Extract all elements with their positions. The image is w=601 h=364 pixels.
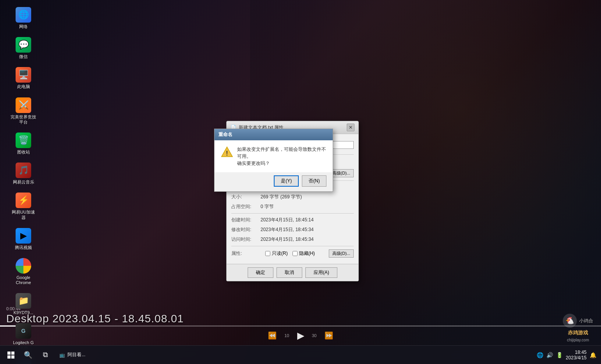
- search-button[interactable]: 🔍: [20, 347, 36, 363]
- k9-icon: 📁: [16, 293, 31, 309]
- prop-row-size: 大小: 269 字节 (269 字节): [231, 192, 354, 202]
- hidden-checkbox[interactable]: [293, 251, 298, 256]
- rename-titlebar[interactable]: 重命名: [215, 129, 333, 140]
- video-time-display: 0:00:44: [6, 306, 595, 311]
- hidden-checkbox-label[interactable]: 隐藏(H): [293, 250, 315, 257]
- rename-dialog: 重命名 ! 如果改变文件扩展名，可能会导致数文件不可用。 确实要更改吗？ 是(Y…: [214, 129, 333, 192]
- desktop-icon-area: 🌐 网络 💬 微信 🖥️ 此电脑 ⚔️ 完美世界竞技平台 🗑️ 图收站 🎵 网易…: [0, 0, 47, 364]
- rename-message: 如果改变文件扩展名，可能会导致数文件不可用。 确实要更改吗？: [237, 146, 326, 167]
- prop-size-value: 269 字节 (269 字节): [261, 194, 354, 200]
- notification-icon[interactable]: 🔔: [590, 352, 596, 358]
- taskview-button[interactable]: ⧉: [37, 347, 53, 363]
- prop-created-label: 创建时间:: [231, 217, 261, 223]
- taskbar-app-video[interactable]: 📺 阿目看...: [55, 350, 90, 360]
- prop-accessed-label: 访问时间:: [231, 236, 261, 243]
- desktop-icon-tencent-video[interactable]: ▶ 腾讯视频: [0, 225, 47, 253]
- clock-time: 18:45: [566, 350, 587, 355]
- rename-body: ! 如果改变文件扩展名，可能会导致数文件不可用。 确实要更改吗？: [215, 140, 333, 172]
- prop-modified-label: 修改时间:: [231, 226, 261, 233]
- forward-label: 30: [312, 333, 317, 338]
- brand-url: chijiplay.com: [567, 338, 589, 342]
- prop-row-modified: 修改时间: 2023年4月15日, 18:45:34: [231, 225, 354, 235]
- watermark-area: 0:00:44 Desktop 2023.04.15 - 18.45.08.01: [0, 306, 601, 325]
- computer-icon-label: 此电脑: [17, 84, 30, 89]
- rename-message-line2: 确实要更改吗？: [237, 161, 270, 166]
- rewind-btn[interactable]: ⏪: [268, 331, 277, 340]
- uu-icon-label: 网易UU加速器: [10, 210, 37, 220]
- tencent-video-icon: ▶: [16, 228, 31, 244]
- start-button[interactable]: [3, 347, 19, 363]
- desktop-icon-chrome[interactable]: Google Chrome: [0, 255, 47, 288]
- properties-close-btn[interactable]: ✕: [347, 124, 355, 131]
- music-icon: 🎵: [16, 163, 31, 178]
- svg-rect-5: [11, 355, 14, 359]
- taskbar-left: 🔍 ⧉ 📺 阿目看...: [0, 347, 93, 363]
- network-icon: 🌐: [16, 7, 31, 23]
- apply-button[interactable]: 应用(A): [305, 267, 337, 278]
- tencent-video-label: 腾讯视频: [15, 245, 32, 250]
- forward-btn[interactable]: ⏩: [324, 331, 333, 340]
- network-icon-label: 网络: [19, 24, 28, 29]
- computer-icon: 🖥️: [16, 67, 31, 83]
- ok-button[interactable]: 确定: [248, 267, 273, 278]
- desktop-icon-computer[interactable]: 🖥️ 此电脑: [0, 64, 47, 92]
- taskbar-right: 🌐 🔊 🔋 18:45 2023/4/15 🔔: [532, 350, 601, 360]
- prop-row-created: 创建时间: 2023年4月15日, 18:45:14: [231, 215, 354, 225]
- clock-area[interactable]: 18:45 2023/4/15: [566, 350, 587, 360]
- rewind-label: 10: [284, 333, 289, 338]
- wechat-icon: 💬: [16, 37, 31, 53]
- no-button[interactable]: 否(N): [302, 175, 326, 187]
- attr-label: 属性:: [231, 250, 261, 257]
- attributes-row: 属性: 只读(R) 隐藏(H) 高级(D)...: [231, 248, 354, 259]
- music-icon-label: 网易云音乐: [13, 180, 34, 185]
- logo-watermark: 🐔 小鸡合 赤鸡游戏 chijiplay.com: [563, 314, 593, 342]
- svg-rect-4: [7, 355, 11, 359]
- recycle-icon-label: 图收站: [17, 150, 30, 155]
- svg-rect-3: [11, 352, 14, 355]
- recycle-icon: 🗑️: [16, 133, 31, 148]
- prop-row-accessed: 访问时间: 2023年4月15日, 18:45:34: [231, 235, 354, 244]
- svg-rect-2: [7, 352, 11, 355]
- readonly-checkbox[interactable]: [265, 251, 270, 256]
- chrome-icon-label: Google Chrome: [10, 275, 37, 285]
- svg-text:!: !: [226, 150, 228, 157]
- hidden-label: 隐藏(H): [299, 250, 315, 257]
- desktop-icon-network[interactable]: 🌐 网络: [0, 4, 47, 32]
- logo-icon: 🐔: [563, 314, 577, 328]
- windows-logo-icon: [7, 352, 14, 359]
- volume-tray-icon[interactable]: 🔊: [546, 352, 553, 358]
- network-tray-icon[interactable]: 🌐: [537, 352, 543, 358]
- logo-text: 小鸡合: [579, 318, 593, 324]
- play-btn[interactable]: ▶: [297, 330, 304, 341]
- prop-modified-value: 2023年4月15日, 18:45:34: [261, 226, 354, 233]
- readonly-checkbox-label[interactable]: 只读(R): [265, 250, 288, 257]
- wechat-icon-label: 微信: [19, 54, 28, 59]
- logitech-icon: G: [16, 323, 31, 339]
- uu-icon: ⚡: [16, 193, 31, 208]
- readonly-label: 只读(R): [272, 250, 288, 257]
- desktop-icon-perfect[interactable]: ⚔️ 完美世界竞技平台: [0, 94, 47, 128]
- prop-row-diskusage: 占用空间: 0 字节: [231, 202, 354, 212]
- yes-button[interactable]: 是(Y): [274, 175, 299, 187]
- cancel-button[interactable]: 取消: [277, 267, 302, 278]
- warning-row: ! 如果改变文件扩展名，可能会导致数文件不可用。 确实要更改吗？: [221, 146, 326, 167]
- taskbar-app-icon: 📺: [59, 352, 65, 358]
- advanced-button[interactable]: 高级(D)...: [329, 249, 354, 258]
- desktop-icon-k9[interactable]: 📁 K9YDT9...: [0, 290, 47, 318]
- desktop-icon-wechat[interactable]: 💬 微信: [0, 34, 47, 62]
- k9-icon-label: K9YDT9...: [14, 310, 34, 315]
- perfect-icon-label: 完美世界竞技平台: [10, 115, 37, 125]
- taskbar-app-label: 阿目看...: [67, 352, 85, 358]
- desktop-icon-uu[interactable]: ⚡ 网易UU加速器: [0, 189, 47, 223]
- desktop-icon-music[interactable]: 🎵 网易云音乐: [0, 159, 47, 188]
- rename-message-line1: 如果改变文件扩展名，可能会导致数文件不可用。: [237, 147, 326, 159]
- taskbar: 🔍 ⧉ 📺 阿目看... 🌐 🔊 🔋 18:45 2023/4/15 🔔: [0, 345, 601, 364]
- perfect-icon: ⚔️: [16, 97, 31, 113]
- clock-date: 2023/4/15: [566, 355, 587, 360]
- brand-name: 赤鸡游戏: [568, 329, 588, 336]
- battery-tray-icon[interactable]: 🔋: [556, 352, 563, 358]
- video-controls: ⏪ 10 ▶ 30 ⏩: [0, 326, 601, 345]
- prop-accessed-value: 2023年4月15日, 18:45:34: [261, 236, 354, 243]
- desktop-icon-recycle[interactable]: 🗑️ 图收站: [0, 129, 47, 158]
- properties-footer: 确定 取消 应用(A): [227, 264, 358, 281]
